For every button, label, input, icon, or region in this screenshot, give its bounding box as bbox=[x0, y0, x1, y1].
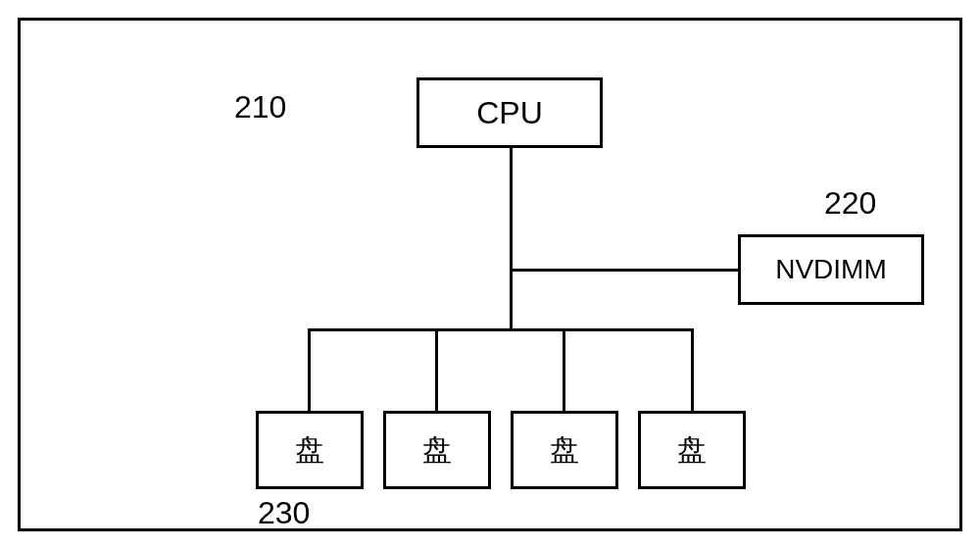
cpu-label: CPU bbox=[476, 95, 543, 131]
connector-disk-drop-3 bbox=[563, 331, 565, 411]
connector-disk-drop-4 bbox=[691, 331, 694, 411]
connector-disk-drop-2 bbox=[435, 331, 438, 411]
label-210: 210 bbox=[234, 89, 286, 125]
cpu-block: CPU bbox=[416, 77, 603, 148]
nvdimm-label: NVDIMM bbox=[775, 254, 887, 285]
connector-disk-drop-1 bbox=[308, 331, 311, 411]
disk-label-2: 盘 bbox=[422, 430, 452, 471]
nvdimm-block: NVDIMM bbox=[738, 234, 924, 305]
connector-disk-bus bbox=[308, 328, 694, 331]
label-220: 220 bbox=[824, 185, 876, 222]
disk-label-3: 盘 bbox=[550, 430, 579, 471]
disk-block-3: 盘 bbox=[511, 411, 618, 489]
connector-cpu-down bbox=[510, 148, 513, 330]
disk-block-1: 盘 bbox=[256, 411, 364, 489]
diagram-frame: 210 220 230 CPU NVDIMM 盘 盘 盘 盘 bbox=[18, 18, 962, 531]
label-230: 230 bbox=[258, 495, 310, 531]
disk-label-1: 盘 bbox=[295, 430, 324, 471]
connector-to-nvdimm bbox=[513, 269, 738, 272]
disk-block-4: 盘 bbox=[638, 411, 746, 489]
disk-block-2: 盘 bbox=[383, 411, 491, 489]
disk-label-4: 盘 bbox=[677, 430, 707, 471]
